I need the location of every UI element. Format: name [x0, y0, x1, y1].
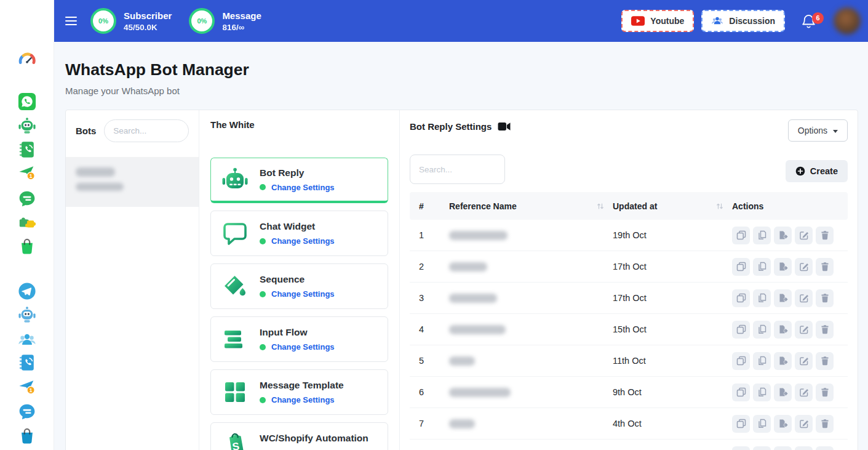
video-tutorial-icon[interactable] [498, 122, 511, 131]
notifications-bell-icon[interactable]: 6 [801, 14, 816, 29]
settings-card-label: Input Flow [260, 327, 335, 338]
edit-button[interactable] [795, 415, 813, 433]
trash-icon [820, 230, 830, 240]
redacted-reference-name [449, 325, 506, 334]
copy-button[interactable] [753, 321, 771, 339]
copy-button[interactable] [753, 415, 771, 433]
duplicate-button[interactable] [732, 289, 750, 307]
settings-card-sequence[interactable]: Sequence Change Settings [210, 263, 388, 309]
create-button[interactable]: Create [786, 160, 848, 182]
change-settings-link[interactable]: Change Settings [271, 183, 335, 192]
duplicate-button[interactable] [732, 446, 750, 450]
copy-button[interactable] [753, 352, 771, 370]
duplicate-icon [736, 387, 746, 397]
copy-button[interactable] [753, 384, 771, 401]
export-button[interactable] [774, 289, 792, 307]
export-button[interactable] [774, 415, 792, 433]
edit-icon [799, 230, 809, 240]
edit-button[interactable] [795, 352, 813, 370]
settings-card-message-template[interactable]: Message Template Change Settings [210, 369, 388, 415]
sort-icon[interactable] [597, 203, 604, 210]
change-settings-link[interactable]: Change Settings [271, 395, 335, 404]
telegram-broadcast-plane-icon[interactable] [18, 378, 36, 396]
integrations-puzzle-icon[interactable] [18, 213, 36, 231]
whatsapp-chat-bubble-icon[interactable] [18, 190, 36, 208]
page-title: WhatsApp Bot Manager [65, 59, 858, 80]
options-button[interactable]: Options [788, 119, 848, 142]
export-button[interactable] [774, 258, 792, 276]
copy-icon [757, 356, 767, 366]
change-settings-link[interactable]: Change Settings [271, 289, 335, 299]
export-button[interactable] [774, 446, 792, 450]
col-header-updated-at: Updated at [613, 201, 657, 211]
delete-button[interactable] [816, 321, 834, 339]
telegram-group-people-icon[interactable] [18, 331, 36, 349]
settings-card-bot-reply[interactable]: Bot Reply Change Settings [210, 158, 388, 203]
whatsapp-contacts-book-icon[interactable] [18, 140, 36, 159]
whatsapp-shop-bag-icon[interactable] [18, 237, 36, 255]
duplicate-button[interactable] [732, 258, 750, 276]
bot-list-item-selected[interactable] [66, 157, 199, 207]
chevron-down-icon [833, 130, 838, 133]
menu-toggle-icon[interactable] [65, 14, 77, 28]
duplicate-button[interactable] [732, 384, 750, 401]
delete-button[interactable] [816, 415, 834, 433]
change-settings-link[interactable]: Change Settings [271, 236, 335, 246]
duplicate-button[interactable] [732, 352, 750, 370]
youtube-button[interactable]: Youtube [621, 10, 694, 32]
telegram-bot-icon[interactable] [18, 305, 36, 324]
copy-button[interactable] [753, 258, 771, 276]
delete-button[interactable] [816, 446, 834, 450]
edit-button[interactable] [795, 289, 813, 307]
telegram-contacts-book-icon[interactable] [18, 353, 36, 372]
settings-card-input-flow[interactable]: Input Flow Change Settings [210, 316, 388, 362]
whatsapp-icon[interactable] [18, 92, 36, 111]
export-button[interactable] [774, 227, 792, 244]
edit-icon [799, 293, 809, 303]
bots-search-input[interactable] [104, 119, 189, 142]
table-search-input[interactable] [410, 155, 505, 184]
telegram-chat-bubble-icon[interactable] [18, 403, 36, 421]
settings-card-wc-shopify[interactable]: WC/Shopify Automation Change Settings [210, 422, 388, 450]
dashboard-gauge-icon[interactable] [18, 50, 36, 69]
delete-button[interactable] [816, 227, 834, 244]
duplicate-button[interactable] [732, 321, 750, 339]
export-button[interactable] [774, 384, 792, 401]
edit-button[interactable] [795, 227, 813, 244]
discussion-button[interactable]: Discussion [701, 10, 785, 32]
settings-panel-title: Bot Reply Settings [410, 121, 492, 132]
delete-button[interactable] [816, 289, 834, 307]
row-number: 2 [419, 262, 449, 271]
app-sidebar [0, 0, 54, 450]
trash-icon [820, 324, 830, 334]
duplicate-button[interactable] [732, 415, 750, 433]
delete-button[interactable] [816, 258, 834, 276]
telegram-icon[interactable] [18, 282, 36, 300]
delete-button[interactable] [816, 352, 834, 370]
copy-button[interactable] [753, 227, 771, 244]
whatsapp-bot-icon[interactable] [18, 116, 36, 135]
edit-button[interactable] [795, 321, 813, 339]
row-number: 4 [419, 324, 449, 334]
message-value: 816/∞ [222, 23, 261, 32]
delete-button[interactable] [816, 384, 834, 401]
whatsapp-broadcast-plane-icon[interactable] [18, 164, 36, 182]
telegram-shop-bag-icon[interactable] [18, 427, 36, 445]
settings-card-label: WC/Shopify Automation [260, 433, 368, 444]
settings-card-chat-widget[interactable]: Chat Widget Change Settings [210, 211, 388, 256]
change-settings-link[interactable]: Change Settings [271, 342, 335, 352]
duplicate-button[interactable] [732, 227, 750, 244]
copy-button[interactable] [753, 289, 771, 307]
export-button[interactable] [774, 321, 792, 339]
edit-button[interactable] [795, 258, 813, 276]
redacted-reference-name [449, 262, 487, 271]
edit-button[interactable] [795, 446, 813, 450]
sort-icon[interactable] [716, 203, 723, 210]
copy-icon [757, 230, 767, 240]
export-button[interactable] [774, 352, 792, 370]
row-number: 7 [419, 419, 449, 428]
copy-button[interactable] [753, 446, 771, 450]
user-avatar[interactable] [834, 7, 861, 34]
export-icon [778, 419, 788, 428]
edit-button[interactable] [795, 384, 813, 401]
